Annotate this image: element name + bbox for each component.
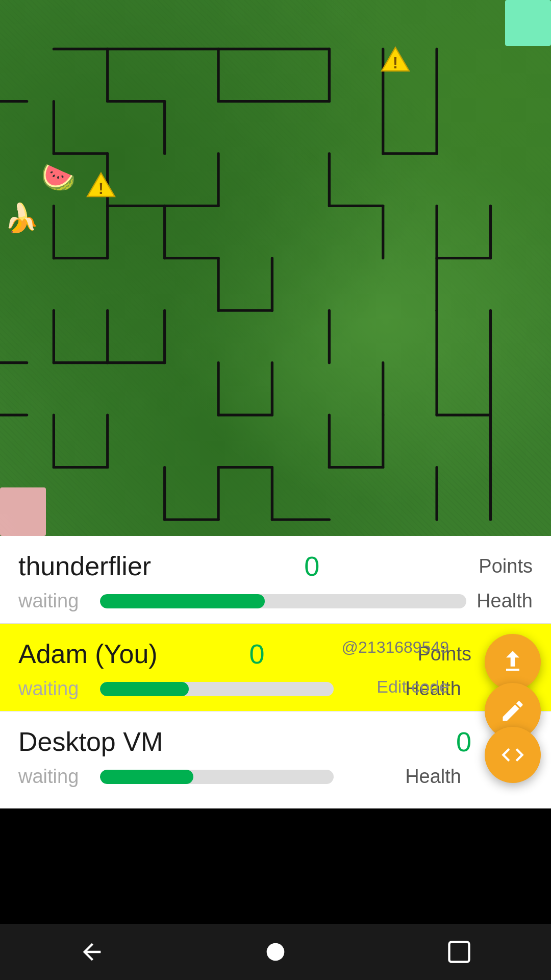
code-fab-button[interactable] xyxy=(485,727,541,783)
player-bottom-row: waiting Health xyxy=(18,766,533,788)
player-top-row: thunderflier 0 Points xyxy=(18,550,533,582)
player-bottom-row: waiting Health xyxy=(18,678,533,700)
health-bar xyxy=(100,594,265,608)
svg-text:!: ! xyxy=(393,54,398,72)
pink-player-square xyxy=(0,487,46,536)
health-bar xyxy=(100,770,193,784)
navigation-bar xyxy=(0,924,551,980)
health-bar xyxy=(100,682,189,696)
grass-background xyxy=(0,0,551,536)
cyan-player-square xyxy=(505,0,551,46)
svg-point-64 xyxy=(267,943,285,961)
player-name: Adam (You) xyxy=(18,639,158,669)
banana-item: 🍌 xyxy=(4,204,39,232)
player-card-desktop-vm: Desktop VM 0 waiting Health xyxy=(0,712,551,808)
player-health-label: Health xyxy=(405,766,461,788)
player-status: waiting xyxy=(18,678,90,700)
player-points-label: Points xyxy=(479,555,533,577)
player-card-thunderflier: thunderflier 0 Points waiting Health xyxy=(0,536,551,624)
warning-icon-top: ! xyxy=(380,46,411,72)
player-name: thunderflier xyxy=(18,551,151,581)
player-bottom-row: waiting Health xyxy=(18,590,533,612)
player-points-value: 0 xyxy=(249,638,265,670)
player-health-label: Health xyxy=(477,590,533,612)
recents-button[interactable] xyxy=(438,930,481,973)
player-name: Desktop VM xyxy=(18,726,163,757)
health-bar-container xyxy=(100,594,466,608)
svg-rect-65 xyxy=(449,942,469,962)
upload-fab-button[interactable] xyxy=(485,634,541,690)
player-status: waiting xyxy=(18,590,90,612)
back-button[interactable] xyxy=(70,930,113,973)
player-list: thunderflier 0 Points waiting Health @21… xyxy=(0,536,551,808)
health-bar-container xyxy=(100,682,334,696)
game-area: 🍉 🍌 ! ! xyxy=(0,0,551,536)
player-top-row: Desktop VM 0 xyxy=(18,726,533,757)
player-points-value: 0 xyxy=(304,550,319,582)
player-points-value: 0 xyxy=(456,726,471,757)
edit-code-label: Edit code xyxy=(377,677,449,697)
player-id-badge: @2131689549 xyxy=(342,638,449,657)
player-top-row: Adam (You) 0 Points xyxy=(18,638,533,670)
health-bar-container xyxy=(100,770,334,784)
player-card-adam: @2131689549 Adam (You) 0 Points waiting … xyxy=(0,624,551,712)
home-button[interactable] xyxy=(254,930,297,973)
player-status: waiting xyxy=(18,766,90,788)
warning-icon-mid: ! xyxy=(86,172,116,198)
watermelon-item: 🍉 xyxy=(41,163,76,191)
svg-text:!: ! xyxy=(98,180,104,198)
